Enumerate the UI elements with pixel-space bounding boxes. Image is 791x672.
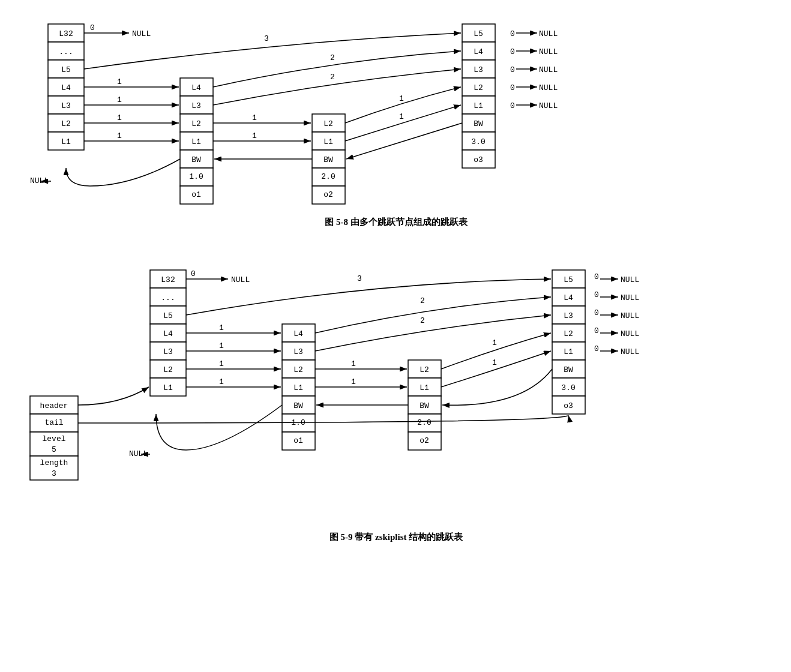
svg-text:...: ...	[161, 293, 175, 302]
svg-line-94	[346, 123, 462, 159]
svg-text:NULL: NULL	[539, 29, 558, 38]
svg-text:NULL: NULL	[621, 347, 639, 356]
svg-text:L2: L2	[420, 365, 429, 374]
svg-text:L1: L1	[163, 383, 173, 392]
svg-text:NULL: NULL	[231, 275, 250, 284]
figure9-caption: 图 5-9 带有 zskiplist 结构的跳跃表	[329, 532, 464, 542]
svg-text:NULL: NULL	[621, 329, 639, 338]
svg-text:1: 1	[492, 338, 497, 347]
figure8-caption: 图 5-8 由多个跳跃节点组成的跳跃表	[325, 217, 468, 227]
svg-text:L4: L4	[61, 83, 71, 92]
svg-text:0: 0	[594, 272, 599, 281]
svg-text:level: level	[42, 434, 65, 443]
svg-text:L4: L4	[191, 83, 201, 92]
svg-text:L3: L3	[191, 101, 201, 110]
svg-text:1: 1	[492, 358, 497, 367]
svg-text:L2: L2	[474, 83, 483, 92]
svg-text:1: 1	[219, 377, 224, 386]
svg-text:2.0: 2.0	[417, 418, 431, 427]
svg-text:2.0: 2.0	[321, 172, 335, 181]
svg-text:0: 0	[510, 47, 515, 56]
svg-text:L1: L1	[293, 383, 303, 392]
svg-text:L5: L5	[474, 29, 483, 38]
svg-text:3: 3	[264, 34, 269, 43]
svg-text:1: 1	[399, 112, 404, 121]
svg-text:L4: L4	[474, 47, 483, 56]
svg-text:3: 3	[357, 274, 362, 283]
figure-9: header tail level 5 length 3 L32 ... L5 …	[12, 258, 779, 558]
svg-text:0: 0	[191, 269, 196, 278]
svg-text:NULL: NULL	[539, 101, 558, 110]
svg-text:L4: L4	[163, 329, 173, 338]
svg-text:header: header	[40, 401, 68, 410]
svg-text:L2: L2	[564, 329, 573, 338]
svg-text:L5: L5	[61, 65, 71, 74]
svg-text:L4: L4	[293, 329, 303, 338]
svg-text:1: 1	[117, 95, 122, 104]
svg-text:BW: BW	[564, 365, 573, 374]
svg-text:0: 0	[594, 326, 599, 335]
svg-text:1: 1	[252, 113, 257, 122]
svg-text:BW: BW	[420, 401, 429, 410]
svg-text:1: 1	[117, 131, 122, 140]
svg-text:L1: L1	[474, 101, 483, 110]
svg-text:2: 2	[420, 316, 425, 325]
svg-text:NULL: NULL	[539, 47, 558, 56]
svg-text:BW: BW	[474, 119, 483, 128]
svg-text:L5: L5	[163, 311, 173, 320]
svg-text:L2: L2	[163, 365, 173, 374]
svg-text:L1: L1	[564, 347, 573, 356]
svg-text:BW: BW	[323, 155, 333, 164]
svg-text:1: 1	[117, 77, 122, 86]
svg-text:L3: L3	[564, 311, 573, 320]
svg-text:o1: o1	[293, 436, 303, 445]
svg-text:L3: L3	[61, 101, 71, 110]
svg-text:0: 0	[594, 308, 599, 317]
svg-text:L2: L2	[293, 365, 303, 374]
svg-text:1: 1	[117, 113, 122, 122]
svg-text:0: 0	[510, 29, 515, 38]
svg-text:2: 2	[330, 53, 335, 62]
svg-text:1: 1	[252, 131, 257, 140]
svg-text:L2: L2	[323, 119, 333, 128]
svg-text:...: ...	[59, 47, 73, 56]
svg-text:NULL: NULL	[539, 83, 558, 92]
svg-text:0: 0	[594, 290, 599, 299]
svg-text:2: 2	[420, 296, 425, 305]
svg-text:o3: o3	[474, 155, 483, 164]
svg-text:1: 1	[219, 359, 224, 368]
svg-text:0: 0	[510, 83, 515, 92]
svg-text:3.0: 3.0	[561, 383, 575, 392]
svg-text:0: 0	[90, 23, 95, 32]
svg-text:0: 0	[510, 65, 515, 74]
svg-text:L5: L5	[564, 275, 573, 284]
svg-text:0: 0	[594, 344, 599, 353]
svg-text:NULL: NULL	[539, 65, 558, 74]
svg-text:BW: BW	[191, 155, 201, 164]
svg-text:1: 1	[351, 359, 356, 368]
svg-text:L2: L2	[61, 119, 71, 128]
svg-text:NULL: NULL	[621, 293, 639, 302]
svg-text:3: 3	[52, 469, 56, 478]
svg-text:length: length	[40, 458, 68, 467]
svg-text:L3: L3	[474, 65, 483, 74]
svg-text:BW: BW	[293, 401, 303, 410]
svg-text:L2: L2	[191, 119, 201, 128]
svg-text:L1: L1	[323, 137, 333, 146]
svg-text:1: 1	[351, 377, 356, 386]
svg-text:o3: o3	[564, 401, 573, 410]
svg-text:tail: tail	[44, 418, 63, 427]
svg-text:1: 1	[219, 341, 224, 350]
svg-text:L3: L3	[163, 347, 173, 356]
svg-text:0: 0	[510, 101, 515, 110]
svg-text:o1: o1	[191, 190, 201, 199]
svg-text:L1: L1	[61, 137, 71, 146]
svg-text:1: 1	[399, 94, 404, 103]
svg-text:o2: o2	[323, 190, 333, 199]
svg-text:NULL: NULL	[132, 29, 151, 38]
svg-text:NULL: NULL	[621, 311, 639, 320]
svg-text:L3: L3	[293, 347, 303, 356]
svg-text:5: 5	[52, 445, 56, 454]
svg-text:o2: o2	[420, 436, 429, 445]
svg-text:L1: L1	[191, 137, 201, 146]
